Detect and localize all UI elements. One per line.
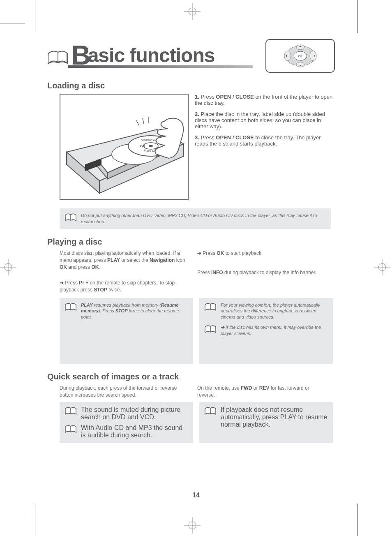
arrow-icon: ➔: [197, 250, 201, 256]
page-title: Basic functions: [71, 39, 214, 66]
book-icon: [47, 48, 69, 66]
step-num: 3.: [195, 134, 199, 141]
heading-search: Quick search of images or a track: [47, 372, 335, 381]
crop-mark: [35, 0, 35, 33]
text: resumes playback from memory (: [93, 303, 161, 307]
button-ref-ok: OK: [217, 250, 224, 256]
remote-nav-illustration: OK: [265, 39, 335, 73]
title-block: Basic functions: [47, 39, 253, 68]
registration-mark-right: [374, 259, 390, 275]
step-num: 2.: [195, 111, 199, 117]
book-icon: [65, 302, 77, 312]
heading-loading: Loading a disc: [47, 81, 335, 90]
button-ref-ok: OK: [60, 264, 67, 270]
section-search: Quick search of images or a track During…: [47, 372, 335, 444]
book-icon: [65, 213, 77, 222]
crop-mark: [0, 23, 25, 23]
registration-mark-left: [0, 259, 16, 275]
registration-mark-bottom: [184, 517, 201, 534]
text: .: [120, 287, 121, 293]
playing-note-right: For your viewing comfort, the player aut…: [199, 298, 333, 364]
svg-point-23: [149, 145, 153, 147]
arrow-icon: ➔: [221, 325, 224, 330]
text: or select the: [120, 257, 150, 263]
playing-col-right: ➔ Press OK to start playback. Press INFO…: [197, 250, 325, 294]
button-ref-info: INFO: [211, 270, 223, 275]
book-icon: [204, 324, 217, 334]
text: to start playback.: [224, 250, 263, 256]
search-note-right: If playback does not resume automaticall…: [199, 402, 333, 443]
svg-point-15: [296, 45, 304, 50]
loading-illustration: Thomson Digital Video Disc DVD: [60, 94, 189, 200]
text: Press: [197, 270, 211, 275]
text: On the remote, use: [197, 385, 241, 391]
loading-step-1: 1. Press OPEN / CLOSE on the front of th…: [195, 94, 335, 106]
note-text: The sound is muted during picture search…: [81, 406, 188, 421]
search-col-right: On the remote, use FWD or REV for fast f…: [197, 385, 325, 399]
loading-steps: 1. Press OPEN / CLOSE on the front of th…: [195, 94, 335, 200]
note-text: Do not put anything other than DVD-Video…: [81, 213, 326, 225]
note-text: For your viewing comfort, the player aut…: [221, 302, 328, 321]
title-row: Basic functions OK: [47, 39, 335, 73]
text: and press: [67, 264, 91, 270]
note-text: With Audio CD and MP3 the sound is audib…: [81, 424, 188, 439]
book-icon: [65, 406, 77, 416]
button-ref-fwd: FWD: [241, 385, 252, 391]
crop-mark: [357, 504, 358, 536]
button-ref-play: PLAY: [107, 257, 120, 263]
search-note-left: The sound is muted during picture search…: [60, 402, 193, 443]
note-text: PLAY resumes playback from memory (Resum…: [81, 302, 188, 321]
loading-note: Do not put anything other than DVD-Video…: [60, 208, 331, 229]
loading-step-2: 2. Place the disc in the tray, label sid…: [195, 111, 335, 129]
playing-notes: PLAY resumes playback from memory (Resum…: [60, 298, 335, 364]
svg-point-18: [310, 51, 316, 61]
search-columns: During playback, each press of the forwa…: [60, 385, 335, 399]
heading-playing: Playing a disc: [47, 237, 335, 247]
paragraph: Most discs start playing automatically w…: [60, 250, 187, 271]
crop-mark: [357, 0, 358, 33]
page-content: Basic functions OK Loading a disc: [47, 39, 335, 443]
note-text: ➔ If the disc has its own menu, it may o…: [221, 324, 328, 337]
crop-mark: [0, 514, 25, 514]
button-ref-stop: STOP: [115, 308, 128, 313]
button-ref-rev: REV: [259, 385, 270, 391]
button-ref-open-close: OPEN / CLOSE: [216, 134, 254, 141]
text: Press: [201, 250, 217, 256]
section-playing: Playing a disc Most discs start playing …: [47, 237, 335, 364]
search-notes: The sound is muted during picture search…: [60, 402, 335, 443]
loading-step-3: 3. Press OPEN / CLOSE to close the tray.…: [195, 134, 335, 147]
crop-mark: [35, 504, 35, 536]
paragraph: Press INFO during playback to display th…: [197, 269, 325, 276]
text: icon: [175, 257, 185, 263]
svg-text:OK: OK: [298, 55, 302, 58]
button-ref-pr-plus: Pr +: [79, 280, 88, 286]
button-ref-play: PLAY: [81, 303, 93, 307]
book-icon: [204, 406, 217, 416]
button-ref-open-close: OPEN / CLOSE: [216, 94, 254, 100]
text: during playback to display the info bann…: [223, 270, 316, 275]
playing-col-left: Most discs start playing automatically w…: [60, 250, 187, 294]
note-text: If playback does not resume automaticall…: [221, 406, 328, 428]
text-underlined: twice: [108, 287, 120, 293]
text: Press: [64, 280, 79, 286]
playing-note-left: PLAY resumes playback from memory (Resum…: [60, 298, 193, 364]
playing-columns: Most discs start playing automatically w…: [60, 250, 335, 294]
text: .: [99, 264, 100, 270]
search-col-left: During playback, each press of the forwa…: [60, 385, 187, 399]
step-text: Place the disc in the tray, label side u…: [195, 111, 325, 129]
loading-row: Thomson Digital Video Disc DVD 1. Press …: [47, 94, 335, 200]
paragraph: ➔ Press Pr + on the remote to skip chapt…: [60, 280, 187, 294]
book-icon: [204, 302, 217, 312]
book-icon: [65, 424, 77, 434]
step-num: 1.: [195, 94, 199, 100]
button-ref-navigation: Navigation: [150, 257, 175, 263]
text: If the disc has its own menu, it may ove…: [221, 325, 321, 336]
step-text: Press: [201, 94, 216, 100]
page-number: 14: [0, 492, 392, 499]
step-text: Press: [201, 134, 216, 141]
text: or: [252, 385, 259, 391]
svg-text:DVD: DVD: [140, 145, 145, 147]
button-ref-ok: OK: [91, 264, 99, 270]
svg-point-17: [284, 51, 291, 61]
paragraph: ➔ Press OK to start playback.: [197, 250, 325, 257]
